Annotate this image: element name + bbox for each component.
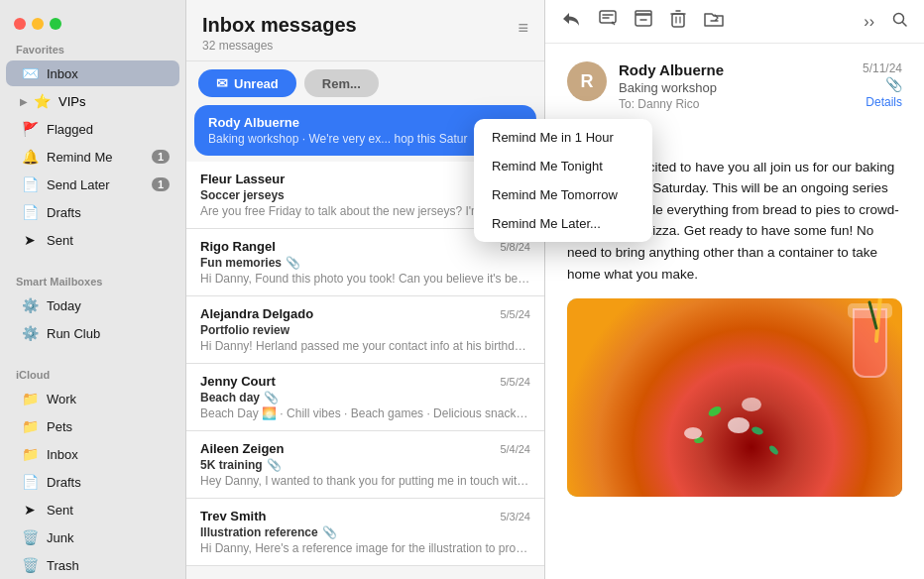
attachment-icon: 📎 [264,391,279,405]
sidebar-item-inbox[interactable]: ✉️ Inbox [6,60,179,86]
reading-header: R Rody Albuerne Baking workshop To: Dann… [567,61,902,111]
icloud-sent-icon: ➤ [20,500,40,520]
sidebar-item-label: Pets [47,419,170,434]
star-icon: ⭐ [32,91,52,111]
trash-icon: 🗑️ [20,555,40,575]
sidebar-item-label: Work [47,392,170,406]
unread-pill-label: Unread [234,76,279,91]
flag-icon: 🚩 [20,119,40,139]
attachment-icon: 📎 [322,525,337,539]
message-row[interactable]: Jenny Court 5/5/24 Beach day 📎 Beach Day… [186,364,544,431]
message-list-count: 32 messages [202,39,357,53]
reading-toolbar: ›› [545,0,924,44]
message-subject: 5K training 📎 [200,458,530,472]
message-row[interactable]: Trev Smith 5/3/24 Illustration reference… [186,499,544,566]
inbox-icon: ✉️ [20,63,40,83]
message-list-header: Inbox messages 32 messages ≡ [186,0,544,61]
smart-mailboxes-label: Smart Mailboxes [0,266,185,291]
more-icon[interactable]: ›› [864,13,874,31]
sidebar-item-label: VIPs [58,94,170,109]
archive-toolbar-icon[interactable] [635,10,652,33]
reading-to: To: Danny Rico [619,97,863,111]
dropdown-item-tomorrow[interactable]: Remind Me Tomorrow [474,180,652,209]
sidebar-item-junk[interactable]: 🗑️ Junk [6,524,179,550]
sidebar-item-label: Trash [47,558,170,573]
sidebar-item-work[interactable]: 📁 Work [6,386,179,411]
message-date: 5/4/24 [500,443,530,455]
reading-subject: Baking workshop [619,80,863,95]
dropdown-item-later[interactable]: Remind Me Later... [474,209,652,238]
icloud-drafts-icon: 📄 [20,472,40,492]
message-date: 5/8/24 [500,241,530,253]
message-preview: Hi Danny! Herland passed me your contact… [200,339,530,353]
sidebar-item-drafts[interactable]: 📄 Drafts [6,199,179,225]
message-sender: Rigo Rangel [200,239,276,254]
minimize-button[interactable] [32,18,44,30]
junk-icon: 🗑️ [20,527,40,547]
sidebar-item-icloud-drafts[interactable]: 📄 Drafts [6,469,179,495]
message-list-title: Inbox messages [202,14,357,37]
sidebar-item-vips[interactable]: ▶ ⭐ VIPs [6,88,179,114]
attachment-icon: 📎 [885,76,902,92]
sent-icon: ➤ [20,230,40,250]
message-preview: Hey Danny, I wanted to thank you for put… [200,474,530,488]
sidebar-item-label: Junk [47,530,170,545]
sidebar-item-run-club[interactable]: ⚙️ Run Club [6,320,179,346]
sidebar-item-label: Sent [47,503,170,518]
avatar: R [567,61,607,101]
unread-pill-icon: ✉ [216,75,228,91]
rody-card-preview: We're very ex... hop this Satur [308,132,467,146]
sidebar-item-send-later[interactable]: 📄 Send Later 1 [6,172,179,197]
message-row[interactable]: Alejandra Delgado 5/5/24 Portfolio revie… [186,296,544,364]
message-preview: Beach Day 🌅 · Chill vibes · Beach games … [200,406,530,420]
drafts-icon: 📄 [20,202,40,222]
sidebar-item-remind-me[interactable]: 🔔 Remind Me 1 [6,144,179,170]
attachment-icon: 📎 [286,256,300,270]
message-date: 5/3/24 [500,511,530,522]
message-preview: Hi Danny, Found this photo you took! Can… [200,272,530,286]
reading-sender: Rody Albuerne [619,61,863,78]
reminders-pill-label: Rem... [322,76,361,91]
message-subject: Portfolio review [200,323,530,337]
sidebar-item-today[interactable]: ⚙️ Today [6,292,179,318]
run-club-icon: ⚙️ [20,323,40,343]
dropdown-item-tonight[interactable]: Remind Me Tonight [474,152,652,180]
filter-icon[interactable]: ≡ [518,18,528,39]
close-button[interactable] [14,18,26,30]
sidebar-item-icloud-sent[interactable]: ➤ Sent [6,497,179,522]
search-icon[interactable] [892,12,908,32]
sidebar-item-label: Run Club [47,326,170,341]
message-list-panel: Inbox messages 32 messages ≡ ✉ Unread Re… [186,0,545,579]
message-sender: Jenny Court [200,374,276,389]
dropdown-item-1-hour[interactable]: Remind Me in 1 Hour [474,123,652,152]
reading-image [567,298,902,497]
reminder-dropdown: Remind Me in 1 Hour Remind Me Tonight Re… [474,119,652,242]
today-icon: ⚙️ [20,295,40,315]
reading-meta: Rody Albuerne Baking workshop To: Danny … [619,61,863,111]
sidebar-item-pets[interactable]: 📁 Pets [6,413,179,439]
message-sender: Alejandra Delgado [200,306,313,321]
move-to-folder-icon[interactable] [704,10,724,33]
svg-rect-3 [672,14,684,27]
sidebar-item-label: Sent [47,233,170,248]
sidebar-item-flagged[interactable]: 🚩 Flagged [6,116,179,142]
sidebar-item-label: Today [47,298,170,313]
compose-icon[interactable] [599,10,617,33]
message-row[interactable]: Aileen Zeigen 5/4/24 5K training 📎 Hey D… [186,431,544,499]
reading-date-details: 5/11/24 📎 Details [863,61,902,109]
unread-pill[interactable]: ✉ Unread [198,69,296,97]
sidebar-item-label: Flagged [47,122,170,137]
sidebar-item-sent[interactable]: ➤ Sent [6,227,179,253]
sidebar: Favorites ✉️ Inbox ▶ ⭐ VIPs 🚩 Flagged 🔔 … [0,0,186,579]
rody-card-subject: Baking workshop [208,132,298,146]
reply-icon[interactable] [561,10,581,33]
sidebar-item-label: Remind Me [47,150,152,165]
attachment-icon: 📎 [267,458,282,472]
sidebar-item-trash[interactable]: 🗑️ Trash [6,552,179,578]
sidebar-item-icloud-inbox[interactable]: 📁 Inbox [6,441,179,467]
work-folder-icon: 📁 [20,389,40,408]
trash-toolbar-icon[interactable] [670,10,686,33]
details-link[interactable]: Details [863,95,902,109]
maximize-button[interactable] [50,18,61,30]
reminders-pill[interactable]: Rem... [304,69,379,97]
